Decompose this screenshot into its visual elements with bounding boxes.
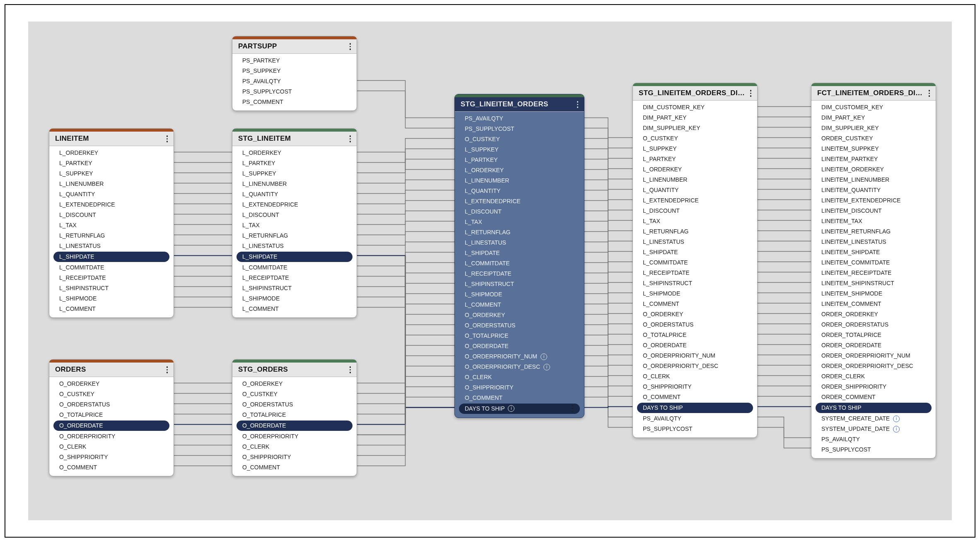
column-item[interactable]: L_SUPPKEY bbox=[49, 168, 174, 179]
column-item[interactable]: PS_SUPPLYCOST bbox=[232, 86, 357, 97]
column-item[interactable]: O_ORDERDATE bbox=[237, 420, 352, 431]
column-item[interactable]: PS_SUPPLYCOST bbox=[455, 124, 584, 134]
column-item[interactable]: L_SHIPINSTRUCT bbox=[232, 283, 357, 293]
table-stg_lineitem[interactable]: STG_LINEITEML_ORDERKEYL_PARTKEYL_SUPPKEY… bbox=[232, 128, 357, 318]
column-item[interactable]: PS_AVAILQTY bbox=[455, 113, 584, 124]
column-item[interactable]: L_SHIPINSTRUCT bbox=[49, 283, 174, 293]
table-lineitem[interactable]: LINEITEML_ORDERKEYL_PARTKEYL_SUPPKEYL_LI… bbox=[49, 128, 174, 318]
column-item[interactable]: O_SHIPPRIORITY bbox=[49, 452, 174, 462]
column-item[interactable]: L_RECEIPTDATE bbox=[232, 273, 357, 283]
column-item[interactable]: L_SHIPMODE bbox=[232, 293, 357, 304]
table-menu-icon[interactable] bbox=[166, 365, 169, 374]
column-item[interactable]: L_SUPPKEY bbox=[232, 168, 357, 179]
column-item[interactable]: DAYS TO SHIP bbox=[637, 403, 753, 413]
column-item[interactable]: DIM_CUSTOMER_KEY bbox=[811, 102, 936, 113]
column-item[interactable]: L_RECEIPTDATE bbox=[455, 269, 584, 279]
column-item[interactable]: L_EXTENDEDPRICE bbox=[232, 199, 357, 210]
column-item[interactable]: LINEITEM_QUANTITY bbox=[811, 185, 936, 195]
column-item[interactable]: L_LINENUMBER bbox=[232, 179, 357, 189]
column-item[interactable]: PS_PARTKEY bbox=[232, 55, 357, 66]
column-item[interactable]: DIM_SUPPLIER_KEY bbox=[633, 123, 757, 133]
info-icon[interactable]: i bbox=[893, 416, 900, 422]
column-item[interactable]: L_RETURNFLAG bbox=[232, 231, 357, 241]
column-item[interactable]: O_TOTALPRICE bbox=[232, 410, 357, 420]
column-item[interactable]: PS_AVAILQTY bbox=[633, 413, 757, 424]
table-stg_lo_dim[interactable]: STG_LINEITEM_ORDERS_DI…DIM_CUSTOMER_KEYD… bbox=[632, 83, 758, 438]
column-item[interactable]: L_LINENUMBER bbox=[633, 175, 757, 185]
column-item[interactable]: O_ORDERPRIORITY_NUM bbox=[633, 351, 757, 361]
info-icon[interactable]: i bbox=[508, 405, 514, 412]
column-item[interactable]: LINEITEM_TAX bbox=[811, 216, 936, 226]
column-item[interactable]: L_ORDERKEY bbox=[232, 148, 357, 158]
column-item[interactable]: L_DISCOUNT bbox=[633, 206, 757, 216]
column-item[interactable]: L_COMMITDATE bbox=[633, 257, 757, 268]
column-item[interactable]: DIM_CUSTOMER_KEY bbox=[633, 102, 757, 113]
table-header[interactable]: PARTSUPP bbox=[232, 39, 357, 54]
column-item[interactable]: L_COMMENT bbox=[633, 299, 757, 309]
column-item[interactable]: LINEITEM_ORDERKEY bbox=[811, 164, 936, 175]
table-header[interactable]: STG_LINEITEM bbox=[232, 132, 357, 146]
column-item[interactable]: LINEITEM_COMMENT bbox=[811, 299, 936, 309]
column-item[interactable]: L_EXTENDEDPRICE bbox=[633, 195, 757, 206]
column-item[interactable]: O_COMMENT bbox=[455, 393, 584, 403]
column-item[interactable]: ORDER_ORDERSTATUS bbox=[811, 320, 936, 330]
column-item[interactable]: L_SHIPDATE bbox=[455, 248, 584, 258]
column-item[interactable]: L_COMMENT bbox=[49, 304, 174, 314]
table-menu-icon[interactable] bbox=[166, 135, 169, 143]
column-item[interactable]: L_LINESTATUS bbox=[633, 237, 757, 247]
column-item[interactable]: L_QUANTITY bbox=[455, 186, 584, 196]
column-item[interactable]: L_LINENUMBER bbox=[455, 175, 584, 186]
column-item[interactable]: O_TOTALPRICE bbox=[49, 410, 174, 420]
column-item[interactable]: O_ORDERKEY bbox=[232, 379, 357, 389]
column-item[interactable]: LINEITEM_PARTKEY bbox=[811, 154, 936, 164]
column-item[interactable]: L_QUANTITY bbox=[232, 189, 357, 199]
table-menu-icon[interactable] bbox=[576, 100, 579, 109]
column-item[interactable]: O_CUSTKEY bbox=[232, 389, 357, 399]
column-item[interactable]: LINEITEM_SUPPKEY bbox=[811, 144, 936, 154]
column-item[interactable]: L_COMMITDATE bbox=[232, 262, 357, 273]
table-menu-icon[interactable] bbox=[349, 365, 352, 374]
column-item[interactable]: LINEITEM_RECEIPTDATE bbox=[811, 268, 936, 278]
column-item[interactable]: O_ORDERKEY bbox=[49, 379, 174, 389]
column-item[interactable]: L_SUPPKEY bbox=[455, 144, 584, 155]
column-item[interactable]: O_CUSTKEY bbox=[455, 134, 584, 144]
column-item[interactable]: O_TOTALPRICE bbox=[633, 330, 757, 340]
column-item[interactable]: L_QUANTITY bbox=[49, 189, 174, 199]
column-item[interactable]: ORDER_ORDERKEY bbox=[811, 309, 936, 320]
column-item[interactable]: LINEITEM_RETURNFLAG bbox=[811, 226, 936, 237]
column-item[interactable]: O_CLERK bbox=[455, 372, 584, 382]
column-item[interactable]: O_CUSTKEY bbox=[633, 133, 757, 144]
column-item[interactable]: O_ORDERDATE bbox=[53, 420, 169, 431]
column-item[interactable]: ORDER_ORDERPRIORITY_DESC bbox=[811, 361, 936, 371]
table-header[interactable]: STG_LINEITEM_ORDERS_DI… bbox=[633, 86, 757, 101]
column-item[interactable]: L_PARTKEY bbox=[633, 154, 757, 164]
column-item[interactable]: SYSTEM_CREATE_DATEi bbox=[811, 413, 936, 424]
column-item[interactable]: O_ORDERKEY bbox=[633, 309, 757, 320]
table-stg_lo[interactable]: STG_LINEITEM_ORDERSPS_AVAILQTYPS_SUPPLYC… bbox=[454, 94, 584, 418]
table-partsupp[interactable]: PARTSUPPPS_PARTKEYPS_SUPPKEYPS_AVAILQTYP… bbox=[232, 36, 357, 111]
column-item[interactable]: L_COMMITDATE bbox=[49, 262, 174, 273]
column-item[interactable]: O_CLERK bbox=[633, 371, 757, 382]
column-item[interactable]: O_ORDERSTATUS bbox=[455, 320, 584, 331]
column-item[interactable]: L_ORDERKEY bbox=[49, 148, 174, 158]
column-menu-icon[interactable] bbox=[571, 404, 574, 413]
column-item[interactable]: PS_SUPPKEY bbox=[232, 66, 357, 76]
column-item[interactable]: SYSTEM_UPDATE_DATEi bbox=[811, 424, 936, 434]
column-item[interactable]: O_ORDERPRIORITY bbox=[232, 431, 357, 442]
column-item[interactable]: O_SHIPPRIORITY bbox=[455, 382, 584, 393]
column-item[interactable]: L_ORDERKEY bbox=[633, 164, 757, 175]
column-item[interactable]: L_SHIPINSTRUCT bbox=[455, 279, 584, 289]
info-icon[interactable]: i bbox=[543, 364, 550, 370]
column-item[interactable]: LINEITEM_LINESTATUS bbox=[811, 237, 936, 247]
column-item[interactable]: PS_COMMENT bbox=[232, 97, 357, 107]
column-item[interactable]: LINEITEM_DISCOUNT bbox=[811, 206, 936, 216]
column-item[interactable]: L_EXTENDEDPRICE bbox=[49, 199, 174, 210]
column-item[interactable]: L_PARTKEY bbox=[455, 155, 584, 165]
column-item[interactable]: L_RETURNFLAG bbox=[633, 226, 757, 237]
column-item[interactable]: PS_SUPPLYCOST bbox=[811, 444, 936, 455]
table-menu-icon[interactable] bbox=[349, 135, 352, 143]
column-item[interactable]: O_COMMENT bbox=[232, 462, 357, 473]
column-item[interactable]: O_CUSTKEY bbox=[49, 389, 174, 399]
column-item[interactable]: DIM_PART_KEY bbox=[633, 113, 757, 123]
column-item[interactable]: O_ORDERPRIORITY_NUMi bbox=[455, 351, 584, 362]
